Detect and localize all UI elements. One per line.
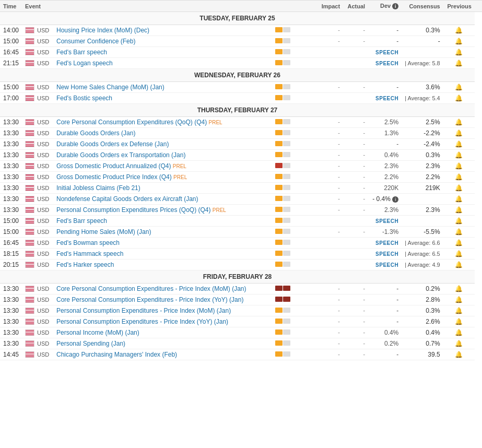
event-link[interactable]: Personal Consumption Expenditures Prices…: [56, 206, 210, 214]
bell-icon[interactable]: 🔔: [455, 38, 463, 45]
event-link[interactable]: Fed's Hammack speech: [56, 250, 123, 257]
bell-alert-icon[interactable]: 🔔: [455, 184, 463, 192]
bell-cell[interactable]: 🔔: [443, 58, 475, 69]
bell-cell[interactable]: 🔔: [443, 161, 475, 172]
event-name[interactable]: Core Personal Consumption Expenditures (…: [53, 117, 249, 128]
bell-icon[interactable]: 🔔: [455, 27, 463, 34]
event-link[interactable]: Consumer Confidence (Feb): [56, 38, 135, 45]
event-link[interactable]: Initial Jobless Claims (Feb 21): [56, 184, 140, 192]
bell-cell[interactable]: 🔔: [443, 249, 475, 260]
bell-cell[interactable]: 🔔: [443, 93, 475, 104]
event-name[interactable]: Fed's Barr speech: [53, 216, 249, 227]
bell-icon[interactable]: 🔔: [455, 285, 463, 292]
event-link[interactable]: Durable Goods Orders ex Defense (Jan): [56, 140, 169, 148]
bell-cell[interactable]: 🔔: [443, 238, 475, 249]
event-name[interactable]: Personal Consumption Expenditures Prices…: [53, 205, 249, 216]
event-name[interactable]: Housing Price Index (MoM) (Dec): [53, 25, 249, 36]
event-link[interactable]: Gross Domestic Product Annualized (Q4): [56, 162, 171, 170]
bell-cell[interactable]: 🔔: [443, 294, 475, 305]
bell-cell[interactable]: 🔔: [443, 25, 475, 36]
event-link[interactable]: Core Personal Consumption Expenditures -…: [56, 296, 243, 303]
bell-icon[interactable]: 🔔: [455, 217, 463, 225]
bell-icon[interactable]: 🔔: [455, 206, 463, 214]
bell-cell[interactable]: 🔔: [443, 327, 475, 338]
bell-cell[interactable]: 🔔: [443, 284, 475, 294]
event-name[interactable]: Gross Domestic Product Price Index (Q4) …: [53, 172, 249, 183]
event-name[interactable]: Durable Goods Orders ex Transportation (…: [53, 150, 249, 161]
bell-cell[interactable]: 🔔: [443, 216, 475, 227]
event-link[interactable]: Fed's Bowman speech: [56, 239, 120, 246]
bell-icon[interactable]: 🔔: [455, 49, 463, 56]
bell-alert-icon[interactable]: 🔔: [455, 195, 463, 203]
event-link[interactable]: Personal Spending (Jan): [56, 340, 125, 347]
bell-cell[interactable]: 🔔: [443, 194, 475, 205]
event-link[interactable]: Fed's Bostic speech: [56, 95, 112, 102]
bell-cell[interactable]: 🔔: [443, 150, 475, 161]
bell-cell[interactable]: 🔔: [443, 36, 475, 47]
bell-cell[interactable]: 🔔: [443, 227, 475, 238]
event-link[interactable]: Personal Income (MoM) (Jan): [56, 329, 139, 336]
bell-icon[interactable]: 🔔: [455, 340, 463, 347]
bell-cell[interactable]: 🔔: [443, 117, 475, 128]
event-link[interactable]: Fed's Barr speech: [56, 49, 107, 56]
bell-icon[interactable]: 🔔: [455, 151, 463, 159]
bell-icon[interactable]: 🔔: [455, 129, 463, 137]
bell-cell[interactable]: 🔔: [443, 338, 475, 349]
bell-alert-icon[interactable]: 🔔: [455, 162, 463, 170]
event-name[interactable]: Durable Goods Orders ex Defense (Jan): [53, 139, 249, 150]
event-link[interactable]: Fed's Logan speech: [56, 60, 113, 67]
event-name[interactable]: Fed's Bowman speech: [53, 238, 249, 249]
event-link[interactable]: Fed's Barr speech: [56, 217, 107, 225]
bell-cell[interactable]: 🔔: [443, 305, 475, 316]
bell-alert-icon[interactable]: 🔔: [455, 296, 463, 303]
event-name[interactable]: Chicago Purchasing Managers' Index (Feb): [53, 349, 249, 360]
bell-cell[interactable]: 🔔: [443, 349, 475, 360]
event-link[interactable]: Personal Consumption Expenditures - Pric…: [56, 318, 228, 325]
bell-icon[interactable]: 🔔: [455, 239, 463, 246]
event-link[interactable]: Chicago Purchasing Managers' Index (Feb): [56, 351, 177, 358]
bell-cell[interactable]: 🔔: [443, 47, 475, 58]
event-name[interactable]: Gross Domestic Product Annualized (Q4) P…: [53, 161, 249, 172]
event-name[interactable]: Personal Consumption Expenditures - Pric…: [53, 316, 249, 327]
event-name[interactable]: Personal Spending (Jan): [53, 338, 249, 349]
event-name[interactable]: Nondefense Capital Goods Orders ex Aircr…: [53, 194, 249, 205]
event-link[interactable]: Fed's Harker speech: [56, 261, 114, 268]
bell-icon[interactable]: 🔔: [455, 60, 463, 67]
event-link[interactable]: Personal Consumption Expenditures - Pric…: [56, 307, 231, 314]
event-link[interactable]: Housing Price Index (MoM) (Dec): [56, 27, 149, 34]
event-name[interactable]: Fed's Barr speech: [53, 47, 249, 58]
event-link[interactable]: Core Personal Consumption Expenditures (…: [56, 119, 207, 126]
event-name[interactable]: Personal Consumption Expenditures - Pric…: [53, 305, 249, 316]
bell-cell[interactable]: 🔔: [443, 316, 475, 327]
event-link[interactable]: Durable Goods Orders ex Transportation (…: [56, 151, 185, 159]
event-name[interactable]: Consumer Confidence (Feb): [53, 36, 249, 47]
event-name[interactable]: Personal Income (MoM) (Jan): [53, 327, 249, 338]
event-link[interactable]: New Home Sales Change (MoM) (Jan): [56, 84, 164, 91]
bell-cell[interactable]: 🔔: [443, 205, 475, 216]
bell-cell[interactable]: 🔔: [443, 183, 475, 194]
event-name[interactable]: Fed's Harker speech: [53, 260, 249, 270]
bell-cell[interactable]: 🔔: [443, 82, 475, 93]
event-link[interactable]: Gross Domestic Product Price Index (Q4): [56, 173, 172, 181]
bell-icon[interactable]: 🔔: [455, 261, 463, 268]
event-link[interactable]: Pending Home Sales (MoM) (Jan): [56, 228, 151, 235]
bell-icon[interactable]: 🔔: [455, 329, 463, 336]
event-name[interactable]: Fed's Logan speech: [53, 58, 249, 69]
bell-cell[interactable]: 🔔: [443, 260, 475, 270]
bell-icon[interactable]: 🔔: [455, 351, 463, 358]
bell-icon[interactable]: 🔔: [455, 173, 463, 181]
bell-cell[interactable]: 🔔: [443, 139, 475, 150]
bell-icon[interactable]: 🔔: [455, 228, 463, 235]
bell-icon[interactable]: 🔔: [455, 140, 463, 148]
event-link[interactable]: Durable Goods Orders (Jan): [56, 129, 135, 137]
event-name[interactable]: Core Personal Consumption Expenditures -…: [53, 294, 249, 305]
bell-icon[interactable]: 🔔: [455, 318, 463, 325]
event-link[interactable]: Core Personal Consumption Expenditures -…: [56, 285, 246, 292]
event-name[interactable]: New Home Sales Change (MoM) (Jan): [53, 82, 249, 93]
bell-icon[interactable]: 🔔: [455, 250, 463, 257]
event-link[interactable]: Nondefense Capital Goods Orders ex Aircr…: [56, 195, 198, 203]
bell-icon[interactable]: 🔔: [455, 119, 463, 126]
event-name[interactable]: Pending Home Sales (MoM) (Jan): [53, 227, 249, 238]
event-name[interactable]: Fed's Bostic speech: [53, 93, 249, 104]
event-name[interactable]: Initial Jobless Claims (Feb 21): [53, 183, 249, 194]
